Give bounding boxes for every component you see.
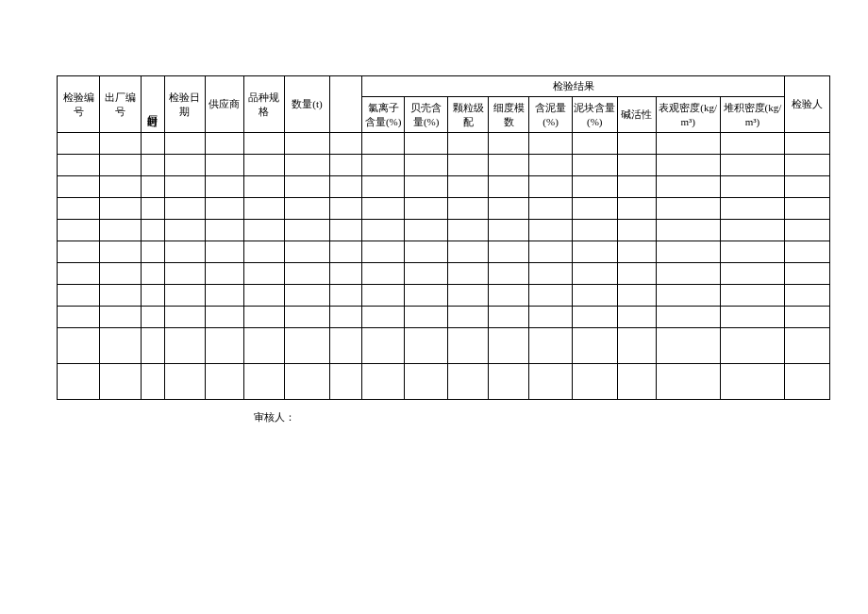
header-particle: 颗粒级配 [447,97,488,133]
header-variety-spec: 品种规格 [243,76,284,133]
table-body: 审核人： [58,133,830,434]
header-results-group: 检验结果 [361,76,784,97]
header-quantity: 数量(t) [285,76,330,133]
header-mud: 含泥量(%) [529,97,572,133]
header-blank [329,76,361,133]
header-fineness: 细度模数 [489,97,529,133]
table-row [58,263,830,285]
header-inspector: 检验人 [785,76,830,133]
header-inspection-no: 检验编号 [58,76,100,133]
table-row [58,241,830,263]
header-factory-time: 厂间进时 [141,76,164,133]
table-row [58,364,830,400]
header-apparent-density: 表观密度(kg/m³) [656,97,720,133]
reviewer-cell: 审核人： [58,400,830,434]
table-row [58,285,830,307]
table-row [58,198,830,220]
footer-row: 审核人： [58,400,830,434]
header-mud-block: 泥块含量(%) [572,97,617,133]
table-row [58,220,830,241]
table-row [58,176,830,198]
header-alkali: 碱活性 [617,97,656,133]
header-chloride: 氯离子含量(%) [361,97,404,133]
header-shell: 贝壳含量(%) [405,97,447,133]
header-bulk-density: 堆积密度(kg/m³) [720,97,784,133]
table-row [58,328,830,364]
header-inspection-date: 检验日期 [164,76,205,133]
inspection-table: 检验编号 出厂编号 厂间进时 检验日期 供应商 品种规格 数量(t) 检验结果 … [57,75,830,434]
table-row [58,133,830,155]
header-factory-no: 出厂编号 [100,76,141,133]
table-row [58,307,830,328]
header-supplier: 供应商 [205,76,243,133]
table-row [58,155,830,176]
reviewer-label: 审核人： [65,410,295,423]
